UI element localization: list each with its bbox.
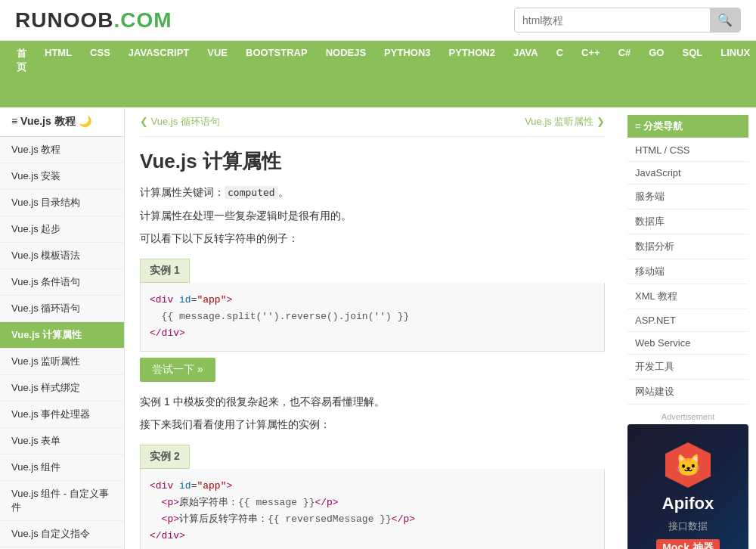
category-item[interactable]: HTML / CSS — [627, 139, 748, 162]
nav-item-css[interactable]: CSS — [81, 41, 119, 107]
next-page-link[interactable]: Vue.js 监听属性 ❯ — [525, 115, 605, 129]
sidebar-item[interactable]: Vue.js 计算属性 — [0, 322, 124, 349]
nav-item-python2[interactable]: PYTHON2 — [440, 41, 504, 107]
sidebar-item[interactable]: Vue.js 模板语法 — [0, 243, 124, 269]
category-item[interactable]: 开发工具 — [627, 355, 748, 380]
sidebar-item[interactable]: Vue.js 组件 — [0, 454, 124, 481]
page-nav: ❮ Vue.js 循环语句 Vue.js 监听属性 ❯ — [140, 107, 605, 137]
sidebar-item[interactable]: Vue.js 样式绑定 — [0, 375, 124, 402]
example1-box: 实例 1 <div id="app"> {{ message.split('')… — [140, 259, 605, 382]
sidebar-items: Vue.js 教程Vue.js 安装Vue.js 目录结构Vue.js 起步Vu… — [0, 137, 124, 549]
nav-item-vue[interactable]: VUE — [198, 41, 237, 107]
sidebar-item[interactable]: Vue.js 组件 - 自定义事件 — [0, 481, 124, 521]
try-button-1[interactable]: 尝试一下 » — [140, 358, 215, 382]
nav-item-linux[interactable]: LINUX — [711, 41, 756, 107]
sidebar-item[interactable]: Vue.js 自定义指令 — [0, 521, 124, 547]
category-nav-title: ≡ 分类导航 — [627, 115, 748, 138]
sidebar-item[interactable]: Vue.js 表单 — [0, 428, 124, 454]
sidebar-item[interactable]: Vue.js 监听属性 — [0, 349, 124, 375]
logo-suffix: .COM — [113, 8, 172, 32]
right-sidebar: ≡ 分类导航 HTML / CSSJavaScript服务端数据库数据分析移动端… — [620, 107, 756, 549]
category-item[interactable]: XML 教程 — [627, 284, 748, 309]
category-item[interactable]: 移动端 — [627, 259, 748, 284]
example1-code: <div id="app"> {{ message.split('').reve… — [140, 283, 605, 352]
search-input[interactable] — [515, 10, 710, 31]
category-item[interactable]: 网站建设 — [627, 380, 748, 405]
sidebar-item[interactable]: Vue.js 安装 — [0, 163, 124, 190]
category-items: HTML / CSSJavaScript服务端数据库数据分析移动端XML 教程A… — [627, 139, 748, 405]
logo-main: RUNOOB — [15, 8, 113, 32]
content-area: ❮ Vue.js 循环语句 Vue.js 监听属性 ❯ Vue.js 计算属性 … — [125, 107, 620, 549]
ad-banner[interactable]: 🐱 Apifox 接口数据 Mock 神器 — [627, 424, 748, 549]
ad-highlight: Mock 神器 — [656, 539, 720, 549]
sidebar-item[interactable]: Vue.js 条件语句 — [0, 269, 124, 296]
nav-item-c[interactable]: C — [547, 41, 572, 107]
nav-item-html[interactable]: HTML — [36, 41, 81, 107]
sidebar-item[interactable]: Vue.js 目录结构 — [0, 190, 124, 216]
category-item[interactable]: 服务端 — [627, 185, 748, 209]
sidebar: ≡ Vue.js 教程 🌙 Vue.js 教程Vue.js 安装Vue.js 目… — [0, 107, 125, 549]
nav-item-java[interactable]: JAVA — [504, 41, 547, 107]
example1-title: 实例 1 — [140, 259, 190, 283]
nav-item-javascript[interactable]: JAVASCRIPT — [119, 41, 198, 107]
sidebar-item[interactable]: Vue.js 事件处理器 — [0, 402, 124, 428]
category-item[interactable]: Web Service — [627, 332, 748, 355]
nav-item-sql[interactable]: SQL — [673, 41, 711, 107]
intro-para1: 计算属性关键词：computed。 — [140, 184, 605, 201]
note-para1: 实例 1 中模板变的很复杂起来，也不容易看懂理解。 — [140, 393, 605, 410]
example2-title: 实例 2 — [140, 445, 190, 469]
nav-item-c#[interactable]: C# — [609, 41, 640, 107]
nav-item-bootstrap[interactable]: BOOTSTRAP — [237, 41, 317, 107]
intro-para3: 可以看下以下反转字符串的例子： — [140, 230, 605, 247]
ad-subtitle: 接口数据 — [668, 520, 708, 533]
category-item[interactable]: JavaScript — [627, 162, 748, 185]
category-item[interactable]: 数据库 — [627, 209, 748, 234]
navbar: 首页HTMLCSSJAVASCRIPTVUEBOOTSTRAPNODEJSPYT… — [0, 41, 756, 107]
category-item[interactable]: 数据分析 — [627, 234, 748, 259]
logo[interactable]: RUNOOB.COM — [15, 8, 172, 33]
nav-item-首页[interactable]: 首页 — [8, 41, 36, 107]
note-para2: 接下来我们看看使用了计算属性的实例： — [140, 416, 605, 433]
nav-item-python3[interactable]: PYTHON3 — [375, 41, 439, 107]
search-box: 🔍 — [514, 8, 741, 33]
sidebar-item[interactable]: Vue.js 教程 — [0, 137, 124, 163]
sidebar-title: ≡ Vue.js 教程 🌙 — [0, 107, 124, 137]
example2-code: <div id="app"> <p>原始字符串：{{ message }}</p… — [140, 469, 605, 549]
nav-item-c++[interactable]: C++ — [572, 41, 609, 107]
main-layout: ≡ Vue.js 教程 🌙 Vue.js 教程Vue.js 安装Vue.js 目… — [0, 107, 756, 549]
prev-page-link[interactable]: ❮ Vue.js 循环语句 — [140, 115, 220, 129]
example2-box: 实例 2 <div id="app"> <p>原始字符串：{{ message … — [140, 445, 605, 549]
category-item[interactable]: ASP.NET — [627, 309, 748, 332]
intro-para2: 计算属性在处理一些复杂逻辑时是很有用的。 — [140, 207, 605, 224]
ad-label: Advertisement — [627, 412, 748, 421]
nav-item-go[interactable]: GO — [640, 41, 673, 107]
search-button[interactable]: 🔍 — [710, 8, 740, 32]
header: RUNOOB.COM 🔍 — [0, 0, 756, 41]
ad-icon: 🐱 — [665, 442, 711, 488]
ad-title: Apifox — [662, 494, 714, 513]
sidebar-item[interactable]: Vue.js 起步 — [0, 216, 124, 243]
nav-item-nodejs[interactable]: NODEJS — [317, 41, 375, 107]
sidebar-item[interactable]: Vue.js 循环语句 — [0, 296, 124, 322]
page-title: Vue.js 计算属性 — [140, 148, 605, 175]
